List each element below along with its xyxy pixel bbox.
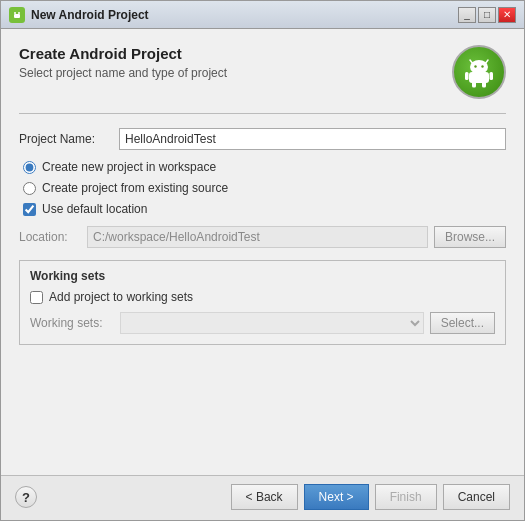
- minimize-button[interactable]: _: [458, 7, 476, 23]
- svg-rect-9: [469, 72, 489, 83]
- svg-point-3: [18, 12, 20, 14]
- default-location-row: Use default location: [19, 202, 506, 216]
- project-name-row: Project Name:: [19, 128, 506, 150]
- help-button[interactable]: ?: [15, 486, 37, 508]
- location-label: Location:: [19, 230, 87, 244]
- add-to-working-sets-label[interactable]: Add project to working sets: [49, 290, 193, 304]
- close-button[interactable]: ✕: [498, 7, 516, 23]
- working-sets-select-row: Working sets: Select...: [30, 312, 495, 334]
- radio-existing-row: Create project from existing source: [19, 181, 506, 195]
- svg-rect-13: [482, 82, 486, 88]
- add-to-working-sets-row: Add project to working sets: [30, 290, 495, 304]
- window-controls: _ □ ✕: [458, 7, 516, 23]
- location-row: Location: Browse...: [19, 226, 506, 248]
- working-sets-label: Working sets:: [30, 316, 120, 330]
- svg-point-8: [481, 65, 483, 67]
- header-text: Create Android Project Select project na…: [19, 45, 452, 80]
- header-divider: [19, 113, 506, 114]
- radio-existing-label[interactable]: Create project from existing source: [42, 181, 228, 195]
- svg-point-7: [474, 65, 476, 67]
- radio-new-project-row: Create new project in workspace: [19, 160, 506, 174]
- finish-button[interactable]: Finish: [375, 484, 437, 510]
- radio-existing-project[interactable]: [23, 182, 36, 195]
- cancel-button[interactable]: Cancel: [443, 484, 510, 510]
- default-location-label[interactable]: Use default location: [42, 202, 147, 216]
- radio-new-project-label[interactable]: Create new project in workspace: [42, 160, 216, 174]
- svg-point-6: [470, 60, 488, 74]
- working-sets-section: Working sets Add project to working sets…: [19, 260, 506, 345]
- working-sets-select-button[interactable]: Select...: [430, 312, 495, 334]
- next-button[interactable]: Next >: [304, 484, 369, 510]
- dialog-content: Create Android Project Select project na…: [1, 29, 524, 475]
- svg-point-2: [14, 12, 16, 14]
- svg-rect-1: [14, 14, 20, 18]
- bottom-bar: ? < Back Next > Finish Cancel: [1, 475, 524, 520]
- svg-rect-11: [490, 72, 494, 80]
- window-title: New Android Project: [31, 8, 458, 22]
- title-bar: New Android Project _ □ ✕: [1, 1, 524, 29]
- add-to-working-sets-checkbox[interactable]: [30, 291, 43, 304]
- window-icon: [9, 7, 25, 23]
- android-logo: [452, 45, 506, 99]
- location-input[interactable]: [87, 226, 428, 248]
- maximize-button[interactable]: □: [478, 7, 496, 23]
- project-name-input[interactable]: [119, 128, 506, 150]
- working-sets-dropdown[interactable]: [120, 312, 424, 334]
- radio-new-project[interactable]: [23, 161, 36, 174]
- back-button[interactable]: < Back: [231, 484, 298, 510]
- project-name-label: Project Name:: [19, 132, 119, 146]
- header-section: Create Android Project Select project na…: [19, 45, 506, 99]
- dialog-subtitle: Select project name and type of project: [19, 66, 452, 80]
- browse-button[interactable]: Browse...: [434, 226, 506, 248]
- svg-rect-12: [472, 82, 476, 88]
- dialog-title: Create Android Project: [19, 45, 452, 62]
- working-sets-title: Working sets: [30, 269, 495, 283]
- main-window: New Android Project _ □ ✕ Create Android…: [0, 0, 525, 521]
- svg-rect-10: [465, 72, 469, 80]
- default-location-checkbox[interactable]: [23, 203, 36, 216]
